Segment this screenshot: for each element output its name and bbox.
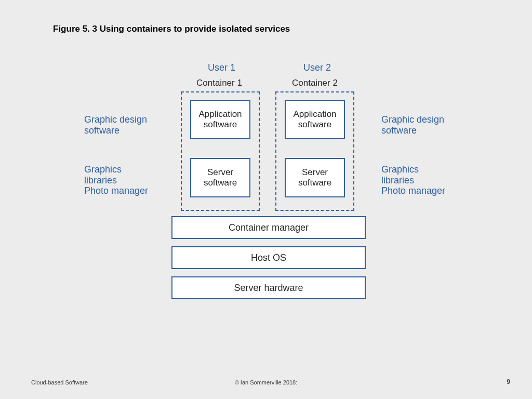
box-label: Container manager	[229, 222, 309, 233]
layer-container-manager: Container manager	[171, 216, 366, 239]
diagram: User 1 User 2 Container 1 Container 2 Gr…	[0, 52, 532, 343]
footer-center: © Ian Sommerville 2018:	[0, 379, 532, 385]
box-label: Server software	[204, 167, 237, 189]
label-right-graphics-libs: Graphics libraries Photo manager	[381, 164, 445, 196]
c2-application-software: Application software	[285, 100, 345, 139]
box-label: Server hardware	[234, 283, 303, 294]
figure-title: Figure 5. 3 Using containers to provide …	[53, 24, 290, 34]
label-left-graphic-design: Graphic design software	[84, 114, 147, 136]
layer-server-hardware: Server hardware	[171, 276, 366, 299]
label-right-graphic-design: Graphic design software	[381, 114, 444, 136]
box-label: Host OS	[251, 252, 286, 263]
label-user-2: User 2	[303, 62, 331, 73]
footer-page-number: 9	[507, 378, 510, 385]
layer-host-os: Host OS	[171, 246, 366, 269]
label-container-2: Container 2	[292, 78, 338, 88]
c1-server-software: Server software	[190, 158, 250, 197]
label-user-1: User 1	[208, 62, 235, 73]
c1-application-software: Application software	[190, 100, 250, 139]
label-container-1: Container 1	[196, 78, 242, 88]
box-label: Application software	[198, 109, 242, 130]
label-left-graphics-libs: Graphics libraries Photo manager	[84, 164, 148, 196]
c2-server-software: Server software	[285, 158, 345, 197]
slide: Figure 5. 3 Using containers to provide …	[0, 0, 532, 399]
box-label: Server software	[298, 167, 331, 189]
box-label: Application software	[293, 109, 336, 130]
